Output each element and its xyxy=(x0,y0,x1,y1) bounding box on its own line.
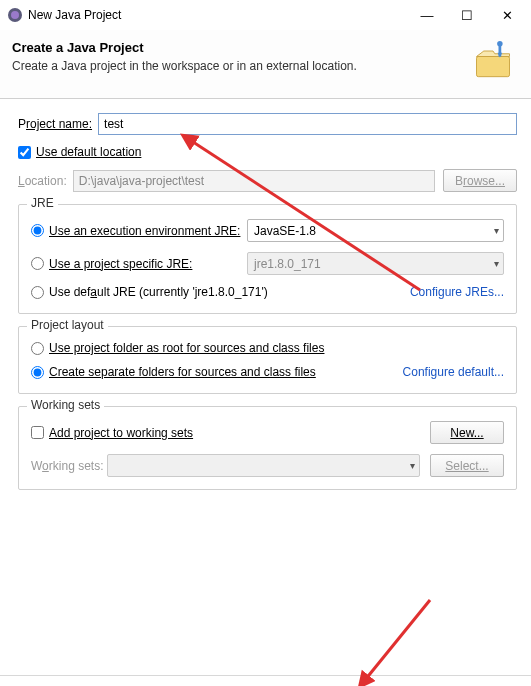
use-default-location-checkbox[interactable] xyxy=(18,146,31,159)
chevron-down-icon: ▾ xyxy=(410,460,415,471)
banner-title: Create a Java Project xyxy=(12,40,463,55)
location-input xyxy=(73,170,435,192)
proj-specific-label: Use a project specific JRE: xyxy=(49,257,192,271)
working-sets-legend: Working sets xyxy=(27,398,104,412)
svg-line-4 xyxy=(365,600,430,680)
default-jre-row: Use default JRE (currently 'jre1.8.0_171… xyxy=(31,285,504,299)
titlebar: New Java Project — ☐ ✕ xyxy=(0,0,531,30)
location-row: Location: Browse... xyxy=(18,169,517,192)
window-title: New Java Project xyxy=(28,8,407,22)
jre-group: JRE Use an execution environment JRE: Ja… xyxy=(18,204,517,314)
project-layout-group: Project layout Use project folder as roo… xyxy=(18,326,517,394)
add-working-sets-checkbox[interactable] xyxy=(31,426,44,439)
exec-env-label: Use an execution environment JRE: xyxy=(49,224,240,238)
bottom-divider xyxy=(0,675,531,676)
layout-root-row: Use project folder as root for sources a… xyxy=(31,341,504,355)
working-sets-select-row: Working sets: ▾ Select... xyxy=(31,454,504,477)
folder-wizard-icon xyxy=(471,40,515,84)
configure-default-link[interactable]: Configure default... xyxy=(403,365,504,379)
select-working-set-button: Select... xyxy=(430,454,504,477)
proj-specific-value: jre1.8.0_171 xyxy=(254,257,321,271)
svg-rect-0 xyxy=(477,57,510,77)
layout-root-label: Use project folder as root for sources a… xyxy=(49,341,324,355)
add-working-sets-label: Add project to working sets xyxy=(49,426,193,440)
use-default-location-row: Use default location xyxy=(18,145,517,159)
banner-subtitle: Create a Java project in the workspace o… xyxy=(12,59,463,73)
use-default-location-label: Use default location xyxy=(36,145,141,159)
exec-env-combo[interactable]: JavaSE-1.8 ▾ xyxy=(247,219,504,242)
browse-button: Browse... xyxy=(443,169,517,192)
exec-env-value: JavaSE-1.8 xyxy=(254,224,316,238)
proj-specific-row: Use a project specific JRE: jre1.8.0_171… xyxy=(31,252,504,275)
jre-legend: JRE xyxy=(27,196,58,210)
project-name-row: Project name: xyxy=(18,113,517,135)
exec-env-row: Use an execution environment JRE: JavaSE… xyxy=(31,219,504,242)
close-button[interactable]: ✕ xyxy=(487,1,527,29)
new-working-set-button[interactable]: New... xyxy=(430,421,504,444)
proj-specific-radio[interactable] xyxy=(31,257,44,270)
layout-root-radio[interactable] xyxy=(31,342,44,355)
add-working-sets-row: Add project to working sets New... xyxy=(31,421,504,444)
working-sets-group: Working sets Add project to working sets… xyxy=(18,406,517,490)
default-jre-radio[interactable] xyxy=(31,286,44,299)
chevron-down-icon: ▾ xyxy=(494,225,499,236)
layout-legend: Project layout xyxy=(27,318,108,332)
exec-env-radio[interactable] xyxy=(31,224,44,237)
maximize-button[interactable]: ☐ xyxy=(447,1,487,29)
layout-separate-label: Create separate folders for sources and … xyxy=(49,365,316,379)
configure-jres-link[interactable]: Configure JREs... xyxy=(410,285,504,299)
chevron-down-icon: ▾ xyxy=(494,258,499,269)
eclipse-icon xyxy=(8,8,22,22)
location-label: Location: xyxy=(18,174,67,188)
layout-separate-radio[interactable] xyxy=(31,366,44,379)
layout-separate-row: Create separate folders for sources and … xyxy=(31,365,504,379)
project-name-label: Project name: xyxy=(18,117,92,131)
wizard-banner: Create a Java Project Create a Java proj… xyxy=(0,30,531,99)
working-sets-combo: ▾ xyxy=(107,454,420,477)
default-jre-label: Use default JRE (currently 'jre1.8.0_171… xyxy=(49,285,268,299)
proj-specific-combo: jre1.8.0_171 ▾ xyxy=(247,252,504,275)
project-name-input[interactable] xyxy=(98,113,517,135)
minimize-button[interactable]: — xyxy=(407,1,447,29)
svg-point-2 xyxy=(497,41,503,47)
working-sets-label: Working sets: xyxy=(31,459,103,473)
